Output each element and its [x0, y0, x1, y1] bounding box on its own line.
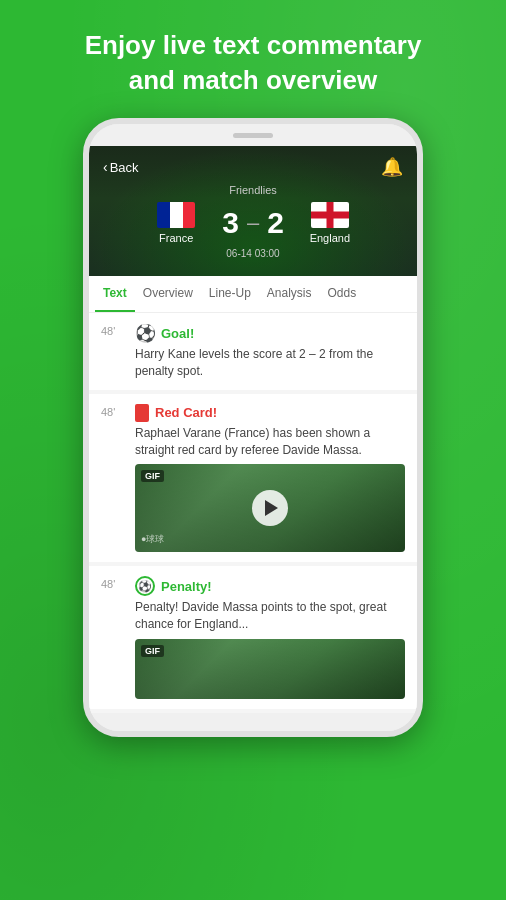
- penalty-icon-row: ⚽ Penalty!: [135, 576, 405, 596]
- penalty-icon: ⚽: [135, 576, 155, 596]
- red-card-icon: [135, 404, 149, 422]
- video-thumbnail-2[interactable]: GIF: [135, 639, 405, 699]
- flag-stripe-blue: [157, 202, 170, 228]
- home-score: 3: [222, 206, 239, 240]
- flag-stripe-white: [170, 202, 183, 228]
- away-team-name: England: [310, 232, 350, 244]
- notification-bell-icon[interactable]: 🔔: [381, 156, 403, 178]
- team-away-block: England: [294, 202, 366, 244]
- score-row: France 3 – 2 England: [103, 202, 403, 244]
- red-card-label: Red Card!: [155, 405, 217, 420]
- red-card-icon-row: Red Card!: [135, 404, 405, 422]
- home-team-name: France: [159, 232, 193, 244]
- video-thumbnail-1[interactable]: GIF ●球球: [135, 464, 405, 552]
- red-card-content: Red Card! Raphael Varane (France) has be…: [135, 404, 405, 553]
- feed-item-red-card: 48' Red Card! Raphael Varane (France) ha…: [89, 394, 417, 563]
- video-watermark-1: ●球球: [141, 533, 164, 546]
- competition-label: Friendlies: [103, 184, 403, 196]
- tab-lineup[interactable]: Line-Up: [201, 276, 259, 312]
- promo-header: Enjoy live text commentary and match ove…: [0, 0, 506, 118]
- back-button[interactable]: ‹ Back: [103, 159, 139, 175]
- penalty-label: Penalty!: [161, 579, 212, 594]
- commentary-feed: 48' ⚽ Goal! Harry Kane levels the score …: [89, 313, 417, 713]
- video-overlay-2: [135, 639, 405, 699]
- team-home-block: France: [140, 202, 212, 244]
- feed-item-penalty: 48' ⚽ Penalty! Penalty! Davide Massa poi…: [89, 566, 417, 709]
- red-card-text: Raphael Varane (France) has been shown a…: [135, 425, 405, 459]
- flag-cross-vertical: [326, 202, 333, 228]
- back-arrow-icon: ‹: [103, 159, 108, 175]
- phone-bottom-bar: [89, 713, 417, 731]
- penalty-content: ⚽ Penalty! Penalty! Davide Massa points …: [135, 576, 405, 699]
- goal-text: Harry Kane levels the score at 2 – 2 fro…: [135, 346, 405, 380]
- goal-content: ⚽ Goal! Harry Kane levels the score at 2…: [135, 323, 405, 380]
- goal-icon-row: ⚽ Goal!: [135, 323, 405, 343]
- phone-top-bar: [89, 124, 417, 146]
- tab-analysis[interactable]: Analysis: [259, 276, 320, 312]
- phone-body: ‹ Back 🔔 Friendlies France: [83, 118, 423, 737]
- tab-overview[interactable]: Overview: [135, 276, 201, 312]
- phone-mockup: ‹ Back 🔔 Friendlies France: [0, 118, 506, 737]
- match-navigation: ‹ Back 🔔: [103, 156, 403, 178]
- phone-screen: ‹ Back 🔔 Friendlies France: [89, 146, 417, 713]
- france-flag: [157, 202, 195, 228]
- goal-minute: 48': [101, 323, 125, 380]
- tab-text[interactable]: Text: [95, 276, 135, 312]
- penalty-text: Penalty! Davide Massa points to the spot…: [135, 599, 405, 633]
- away-score: 2: [267, 206, 284, 240]
- gif-badge-2: GIF: [141, 645, 164, 657]
- penalty-minute: 48': [101, 576, 125, 699]
- play-triangle-icon: [265, 500, 278, 516]
- back-label: Back: [110, 160, 139, 175]
- match-time: 06-14 03:00: [103, 248, 403, 259]
- goal-label: Goal!: [161, 326, 194, 341]
- tabs-bar: Text Overview Line-Up Analysis Odds: [89, 276, 417, 313]
- red-card-minute: 48': [101, 404, 125, 553]
- tab-odds[interactable]: Odds: [320, 276, 365, 312]
- soccer-ball-icon: ⚽: [135, 323, 155, 343]
- page-title: Enjoy live text commentary and match ove…: [40, 28, 466, 98]
- match-header: ‹ Back 🔔 Friendlies France: [89, 146, 417, 276]
- gif-badge-1: GIF: [141, 470, 164, 482]
- phone-speaker: [233, 133, 273, 138]
- feed-item-goal: 48' ⚽ Goal! Harry Kane levels the score …: [89, 313, 417, 390]
- england-flag: [311, 202, 349, 228]
- flag-stripe-red: [183, 202, 196, 228]
- score-display: 3 – 2: [222, 206, 284, 240]
- score-dash: –: [247, 210, 259, 236]
